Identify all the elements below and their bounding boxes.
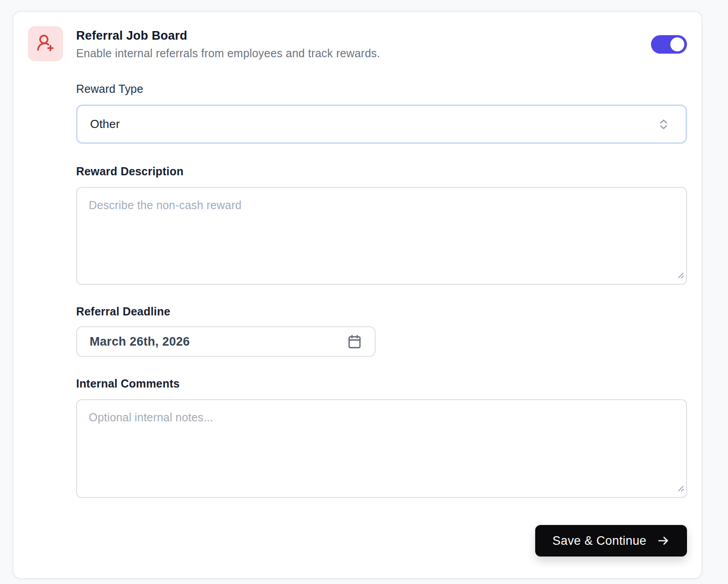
internal-comments-wrap — [76, 399, 687, 498]
referral-deadline-input[interactable] — [90, 335, 324, 349]
referral-settings-form: Reward Type Other Reward Description Ref… — [76, 81, 687, 557]
internal-comments-textarea[interactable] — [76, 399, 687, 498]
card-header: Referral Job Board Enable internal refer… — [28, 26, 687, 61]
reward-description-wrap — [76, 187, 687, 285]
referral-board-toggle[interactable] — [651, 35, 687, 54]
page-subtitle: Enable internal referrals from employees… — [76, 47, 380, 60]
arrow-right-icon — [656, 534, 670, 548]
referral-deadline-label: Referral Deadline — [76, 304, 687, 319]
resize-handle-icon[interactable] — [676, 484, 685, 494]
reward-description-label: Reward Description — [76, 164, 687, 179]
reward-type-label: Reward Type — [76, 81, 687, 96]
resize-handle-icon[interactable] — [676, 270, 685, 281]
header-text: Referral Job Board Enable internal refer… — [76, 26, 380, 60]
referral-job-board-card: Referral Job Board Enable internal refer… — [13, 11, 702, 579]
reward-type-selected-value: Other — [90, 117, 120, 131]
form-actions: Save & Continue — [76, 525, 687, 557]
feature-icon-container — [28, 26, 63, 61]
toggle-knob[interactable] — [670, 37, 684, 51]
page-title: Referral Job Board — [76, 28, 380, 43]
chevrons-up-down-icon — [657, 118, 670, 131]
user-plus-icon — [36, 33, 55, 55]
reward-type-select[interactable]: Other — [76, 105, 687, 144]
calendar-icon[interactable] — [347, 334, 362, 349]
internal-comments-label: Internal Comments — [76, 376, 687, 391]
reward-description-textarea[interactable] — [76, 187, 687, 285]
save-continue-button[interactable]: Save & Continue — [535, 525, 687, 557]
referral-deadline-field[interactable] — [76, 326, 376, 357]
save-continue-label: Save & Continue — [552, 534, 646, 548]
